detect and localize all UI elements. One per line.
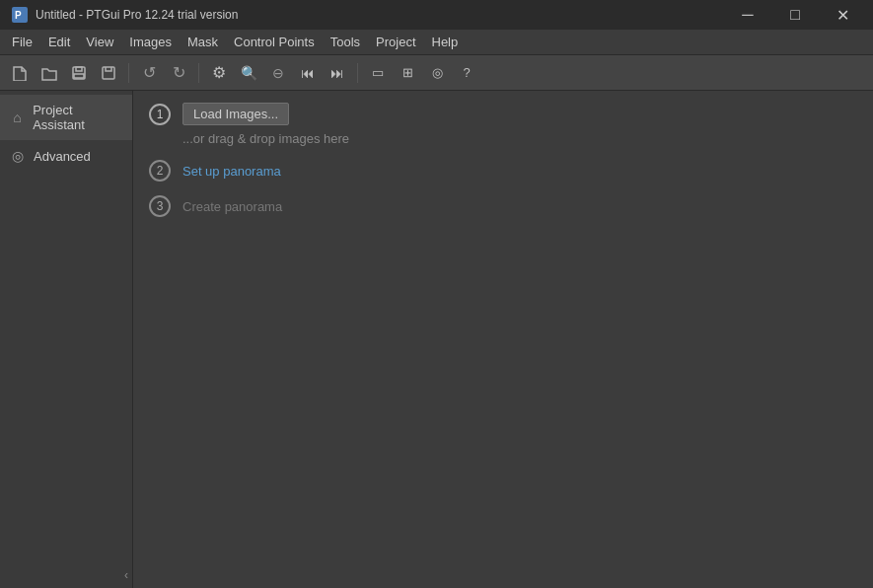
menu-bar: File Edit View Images Mask Control Point… [0,30,873,55]
home-icon: ⌂ [10,110,25,125]
step-1-row: 1 Load Images... [149,103,857,125]
menu-project[interactable]: Project [368,31,423,54]
svg-rect-5 [103,67,114,79]
content-area: 1 Load Images... ...or drag & drop image… [133,91,873,588]
sidebar: ⌂ Project Assistant ◎ Advanced [0,91,133,588]
toolbar-sep-3 [357,63,358,83]
menu-edit[interactable]: Edit [40,31,78,54]
svg-rect-3 [76,67,82,71]
app-icon: P [12,7,28,23]
toolbar-sep-1 [128,63,129,83]
help-button[interactable]: ? [453,59,480,87]
settings-button[interactable]: ⚙ [205,59,233,87]
zoom-out-button[interactable]: ⊖ [264,59,292,87]
sidebar-item-project-assistant-label: Project Assistant [33,103,122,132]
step-2-label: Set up panorama [182,164,281,179]
step-3-circle: 3 [149,195,171,217]
main-content: ⌂ Project Assistant ◎ Advanced 1 Load Im… [0,91,873,588]
title-bar: P Untitled - PTGui Pro 12.24 trial versi… [0,0,873,30]
step-1-circle: 1 [149,104,171,125]
drag-drop-text: ...or drag & drop images here [182,131,857,146]
view-grid-button[interactable]: ⊞ [394,59,421,87]
menu-tools[interactable]: Tools [323,31,368,54]
step-3-label: Create panorama [182,199,282,214]
menu-file[interactable]: File [4,31,40,54]
svg-rect-4 [74,74,84,78]
window-title: Untitled - PTGui Pro 12.24 trial version [36,8,238,22]
zoom-in-button[interactable]: 🔍 [235,59,262,87]
menu-help[interactable]: Help [424,31,467,54]
menu-mask[interactable]: Mask [180,31,226,54]
title-bar-controls: ─ □ ✕ [725,0,865,30]
minimize-button[interactable]: ─ [725,0,770,30]
new-button[interactable] [6,59,34,87]
save-button[interactable] [65,59,93,87]
redo-button[interactable]: ↻ [165,59,192,87]
toolbar-sep-2 [198,63,199,83]
open-button[interactable] [36,59,63,87]
menu-control-points[interactable]: Control Points [226,31,323,54]
step-3-row: 3 Create panorama [149,195,857,217]
close-button[interactable]: ✕ [820,0,865,30]
view-sphere-button[interactable]: ◎ [423,59,451,87]
svg-text:P: P [15,10,22,21]
svg-rect-2 [73,67,85,79]
sidebar-item-advanced[interactable]: ◎ Advanced [0,140,132,172]
advanced-icon: ◎ [10,148,26,164]
maximize-button[interactable]: □ [772,0,818,30]
menu-images[interactable]: Images [121,31,180,54]
sidebar-item-project-assistant[interactable]: ⌂ Project Assistant [0,95,132,140]
step-2-circle: 2 [149,160,171,182]
sidebar-item-advanced-label: Advanced [34,149,91,164]
sidebar-collapse-button[interactable]: ‹ [117,566,135,584]
title-bar-left: P Untitled - PTGui Pro 12.24 trial versi… [12,7,238,23]
menu-view[interactable]: View [78,31,121,54]
saveas-button[interactable] [95,59,122,87]
prev-button[interactable]: ⏮ [294,59,322,87]
toolbar: ↺ ↻ ⚙ 🔍 ⊖ ⏮ ⏭ ▭ ⊞ ◎ ? [0,55,873,91]
step-2-row: 2 Set up panorama [149,160,857,182]
load-images-button[interactable]: Load Images... [182,103,289,125]
next-button[interactable]: ⏭ [324,59,351,87]
view-single-button[interactable]: ▭ [364,59,392,87]
undo-button[interactable]: ↺ [135,59,163,87]
